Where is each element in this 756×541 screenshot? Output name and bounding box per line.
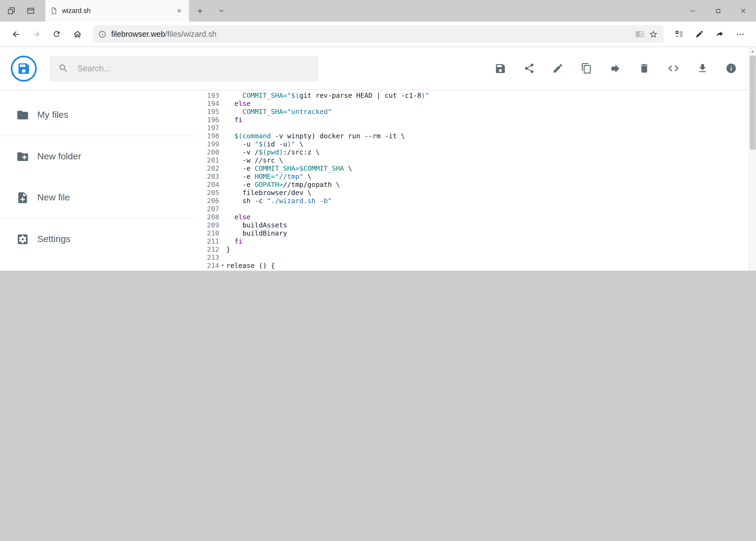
site-info-icon[interactable]	[98, 30, 106, 38]
address-bar[interactable]: filebrowser.web/files/wizard.sh	[93, 25, 663, 43]
move-arrow-icon	[609, 62, 621, 74]
code-line-210[interactable]: 210 buildBinary	[195, 229, 756, 237]
code-line-212[interactable]: 212}	[195, 245, 756, 254]
code-line-195[interactable]: 195 COMMIT_SHA="untracked"	[195, 108, 756, 116]
line-number: 211	[195, 237, 219, 245]
minimize-icon	[689, 8, 696, 14]
code-line-214[interactable]: 214▾release () {	[195, 262, 756, 270]
new-file-icon	[16, 191, 29, 204]
code-editor[interactable]: 193 COMMIT_SHA="$(git rev-parse HEAD | c…	[195, 90, 756, 270]
code-lines: 193 COMMIT_SHA="$(git rev-parse HEAD | c…	[195, 90, 756, 270]
fold-marker-icon[interactable]: ▾	[219, 262, 226, 270]
code-line-209[interactable]: 209 buildAssets	[195, 221, 756, 229]
tabs-set-aside-button[interactable]	[3, 0, 19, 22]
fold-gutter	[219, 237, 226, 245]
sidebar-item-label: My files	[37, 110, 68, 121]
code-text	[226, 205, 756, 213]
refresh-button[interactable]	[46, 24, 67, 44]
fold-gutter	[219, 164, 226, 172]
line-number: 199	[195, 140, 219, 148]
home-button[interactable]	[67, 24, 88, 44]
sidebar-item-settings[interactable]: Settings	[0, 219, 195, 260]
code-view-button[interactable]	[667, 62, 679, 75]
code-line-211[interactable]: 211 fi	[195, 237, 756, 245]
code-line-193[interactable]: 193 COMMIT_SHA="$(git rev-parse HEAD | c…	[195, 91, 756, 99]
more-menu-button[interactable]	[730, 24, 751, 44]
minimize-button[interactable]	[680, 0, 705, 22]
url-text[interactable]: filebrowser.web/files/wizard.sh	[111, 30, 630, 38]
code-line-207[interactable]: 207	[195, 205, 756, 213]
tab-preview-button[interactable]	[23, 0, 39, 22]
floppy-logo-icon	[17, 61, 31, 75]
code-text: -e HOME="//tmp" \	[226, 172, 756, 181]
line-number: 203	[195, 172, 219, 181]
line-number: 210	[195, 229, 219, 237]
fold-gutter	[219, 116, 226, 124]
maximize-button[interactable]	[705, 0, 731, 22]
close-window-button[interactable]	[731, 0, 756, 22]
scrollbar-thumb[interactable]	[750, 56, 755, 150]
line-number: 209	[195, 221, 219, 229]
share-button[interactable]	[523, 63, 535, 74]
search-input[interactable]	[76, 63, 310, 74]
code-line-194[interactable]: 194 else	[195, 99, 756, 108]
sidebar-item-new-folder[interactable]: New folder	[0, 136, 195, 177]
download-button[interactable]	[697, 63, 708, 74]
code-line-213[interactable]: 213	[195, 254, 756, 262]
vertical-scrollbar[interactable]: ▲ ▼	[748, 47, 756, 270]
sidebar-item-my-files[interactable]: My files	[0, 95, 195, 136]
app-header	[0, 47, 756, 90]
line-number: 213	[195, 254, 219, 262]
sidebar-item-new-file[interactable]: New file	[0, 177, 195, 219]
ellipsis-icon	[736, 29, 745, 39]
move-button[interactable]	[609, 62, 621, 74]
code-text: -u "$(id -u)" \	[226, 140, 756, 148]
code-line-203[interactable]: 203 -e HOME="//tmp" \	[195, 172, 756, 181]
code-line-208[interactable]: 208 else	[195, 213, 756, 221]
line-number: 195	[195, 108, 219, 116]
hub-button[interactable]	[668, 24, 689, 44]
address-toolbar: filebrowser.web/files/wizard.sh	[0, 22, 756, 47]
favorite-star-button[interactable]	[648, 29, 658, 39]
save-button[interactable]	[494, 62, 506, 74]
line-number: 200	[195, 148, 219, 156]
rename-button[interactable]	[552, 63, 563, 74]
fold-gutter	[219, 148, 226, 156]
fold-gutter	[219, 197, 226, 205]
sidebar-item-logout[interactable]: Logout	[0, 260, 195, 270]
back-button[interactable]	[5, 24, 26, 44]
code-line-205[interactable]: 205 filebrowser/dev \	[195, 189, 756, 197]
code-line-199[interactable]: 199 -u "$(id -u)" \	[195, 140, 756, 148]
scrollbar-up-arrow[interactable]: ▲	[749, 47, 756, 55]
line-number: 196	[195, 116, 219, 124]
code-text: buildBinary	[226, 229, 756, 237]
code-line-202[interactable]: 202 -e COMMIT_SHA=$COMMIT_SHA \	[195, 164, 756, 172]
code-text: -w //src \	[226, 156, 756, 164]
tab-list-chevron-button[interactable]	[210, 0, 232, 22]
sidebar: My files New folder New file Settings Lo…	[0, 90, 195, 270]
tab-close-icon[interactable]	[174, 6, 184, 16]
share-arrow-icon	[715, 29, 724, 39]
delete-button[interactable]	[638, 63, 650, 74]
share-page-button[interactable]	[710, 24, 730, 44]
code-line-206[interactable]: 206 sh -c "./wizard.sh -b"	[195, 197, 756, 205]
fold-gutter	[219, 91, 226, 99]
url-path: /files/wizard.sh	[165, 30, 216, 38]
code-line-215[interactable]: 215 cd $REPO	[195, 270, 756, 270]
code-line-200[interactable]: 200 -v /$(pwd):/src:z \	[195, 148, 756, 156]
fold-gutter	[219, 132, 226, 140]
code-line-198[interactable]: 198 $(command -v winpty) docker run --rm…	[195, 132, 756, 140]
new-tab-button[interactable]	[189, 0, 210, 22]
tab-wizard-sh[interactable]: wizard.sh	[45, 0, 189, 22]
code-line-204[interactable]: 204 -e GOPATH=//tmp/gopath \	[195, 181, 756, 189]
info-button[interactable]	[725, 63, 737, 74]
annotate-button[interactable]	[689, 24, 710, 44]
forward-button[interactable]	[26, 24, 46, 44]
code-line-201[interactable]: 201 -w //src \	[195, 156, 756, 164]
code-line-196[interactable]: 196 fi	[195, 116, 756, 124]
search-box[interactable]	[50, 55, 319, 81]
copy-button[interactable]	[581, 63, 592, 74]
settings-icon	[16, 233, 29, 246]
code-line-197[interactable]: 197	[195, 124, 756, 132]
save-icon	[494, 62, 506, 74]
